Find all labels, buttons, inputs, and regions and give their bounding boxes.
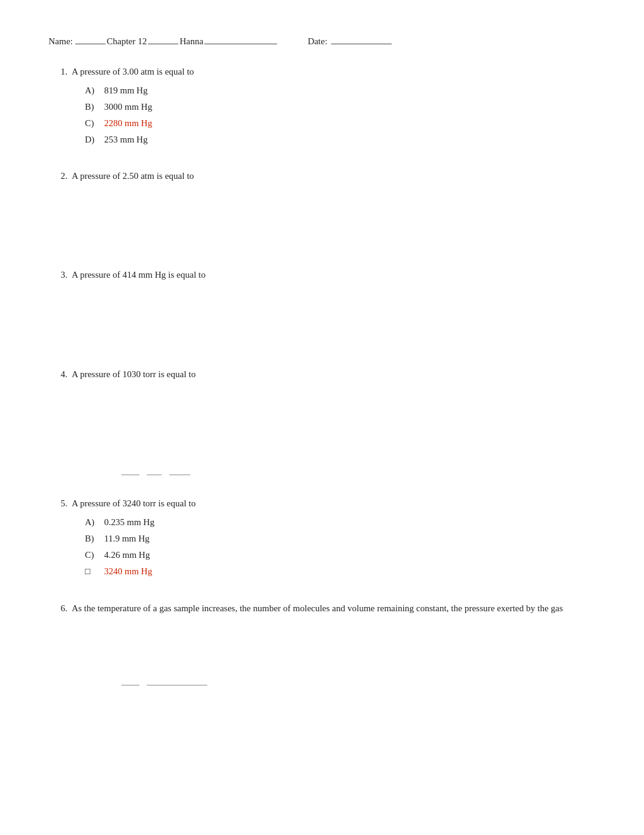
option-d-letter: D) [85, 132, 102, 148]
question-4-blank [49, 384, 595, 469]
q5-option-a-letter: A) [85, 514, 102, 531]
question-1-option-b: B) 3000 mm Hg [85, 99, 595, 115]
name-underline3 [204, 44, 277, 44]
q5-option-a-text: 0.235 mm Hg [104, 517, 155, 527]
date-label: Date: [307, 36, 327, 47]
date-underline [331, 44, 392, 44]
question-4-text: 4. A pressure of 1030 torr is equal to [61, 367, 595, 381]
question-4-body: A pressure of 1030 torr is equal to [72, 369, 196, 379]
question-3-number: 3. [61, 270, 67, 280]
question-1-number: 1. [61, 67, 67, 76]
question-5-body: A pressure of 3240 torr is equal to [72, 498, 196, 508]
question-3-body: A pressure of 414 mm Hg is equal to [72, 270, 206, 280]
name-underline2 [148, 44, 178, 44]
question-2-number: 2. [61, 171, 67, 181]
question-6-number: 6. [61, 603, 67, 613]
question-3-blank [49, 286, 595, 346]
question-1: 1. A pressure of 3.00 atm is equal to A)… [49, 65, 595, 148]
question-4-number: 4. [61, 369, 67, 379]
question-1-options: A) 819 mm Hg B) 3000 mm Hg C) 2280 mm Hg… [85, 82, 595, 148]
q5-option-b-text: 11.9 mm Hg [104, 534, 150, 543]
question-6-blank [49, 619, 595, 680]
faint-line-3 [169, 474, 190, 475]
question-5-option-d: □ 3240 mm Hg [85, 563, 595, 580]
question-6: 6. As the temperature of a gas sample in… [49, 601, 595, 686]
faint-line-2 [147, 474, 162, 475]
question-5-option-a: A) 0.235 mm Hg [85, 514, 595, 531]
question-3: 3. A pressure of 414 mm Hg is equal to [49, 268, 595, 346]
question-5: 5. A pressure of 3240 torr is equal to A… [49, 497, 595, 580]
question-2-body: A pressure of 2.50 atm is equal to [72, 171, 194, 181]
name-value: Hanna [179, 36, 203, 47]
faint-line-1 [121, 474, 139, 475]
option-a-letter: A) [85, 82, 102, 99]
question-1-option-c: C) 2280 mm Hg [85, 115, 595, 132]
q5-option-d-text: 3240 mm Hg [104, 566, 152, 576]
question-1-option-a: A) 819 mm Hg [85, 82, 595, 99]
faint-lines-6 [121, 685, 595, 686]
name-underline1 [75, 44, 106, 44]
question-5-option-c: C) 4.26 mm Hg [85, 547, 595, 563]
faint-lines-4 [121, 474, 595, 475]
q5-option-b-letter: B) [85, 531, 102, 547]
question-2-blank [49, 186, 595, 247]
question-3-text: 3. A pressure of 414 mm Hg is equal to [61, 268, 595, 282]
question-1-text: 1. A pressure of 3.00 atm is equal to [61, 65, 595, 79]
q5-option-d-letter: □ [85, 563, 102, 580]
question-5-text: 5. A pressure of 3240 torr is equal to [61, 497, 595, 511]
questions-container: 1. A pressure of 3.00 atm is equal to A)… [49, 65, 595, 686]
chapter-value: Chapter 12 [107, 36, 147, 47]
option-b-text: 3000 mm Hg [104, 102, 152, 112]
question-5-number: 5. [61, 498, 67, 508]
option-c-text: 2280 mm Hg [104, 118, 152, 128]
name-label: Name: [49, 36, 73, 47]
faint-line-6-1 [121, 685, 139, 686]
header: Name: Chapter 12 Hanna Date: [49, 36, 595, 47]
option-b-letter: B) [85, 99, 102, 115]
option-a-text: 819 mm Hg [104, 86, 148, 95]
question-2-text: 2. A pressure of 2.50 atm is equal to [61, 169, 595, 183]
question-1-body: A pressure of 3.00 atm is equal to [72, 67, 194, 76]
option-c-letter: C) [85, 115, 102, 132]
question-5-options: A) 0.235 mm Hg B) 11.9 mm Hg C) 4.26 mm … [85, 514, 595, 580]
faint-line-6-2 [147, 685, 207, 686]
question-4: 4. A pressure of 1030 torr is equal to [49, 367, 595, 476]
question-1-option-d: D) 253 mm Hg [85, 132, 595, 148]
q5-option-c-letter: C) [85, 547, 102, 563]
question-2: 2. A pressure of 2.50 atm is equal to [49, 169, 595, 247]
option-d-text: 253 mm Hg [104, 135, 148, 144]
question-6-text: 6. As the temperature of a gas sample in… [61, 601, 595, 615]
q5-option-c-text: 4.26 mm Hg [104, 550, 150, 560]
question-5-option-b: B) 11.9 mm Hg [85, 531, 595, 547]
question-6-body: As the temperature of a gas sample incre… [72, 603, 563, 613]
